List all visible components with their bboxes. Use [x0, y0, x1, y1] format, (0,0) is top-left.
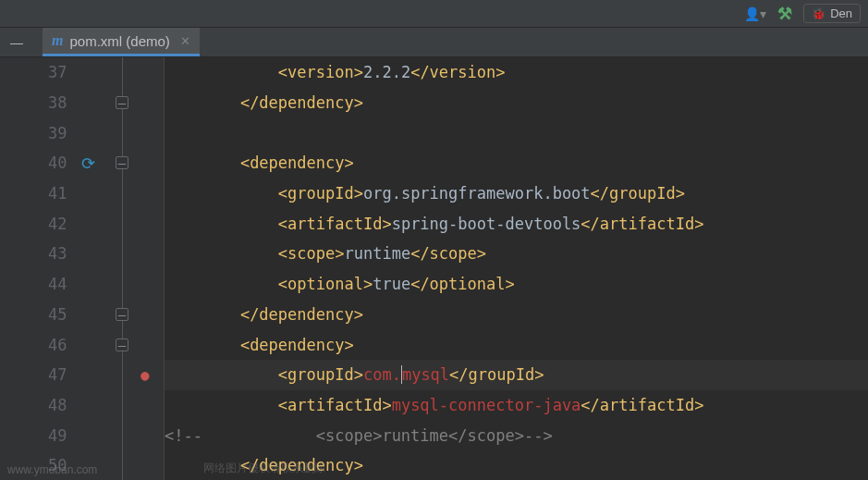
fold-expand-icon[interactable]: – [116, 156, 128, 169]
line-number: 47 [48, 365, 67, 384]
gutter-line: 44 [0, 269, 164, 300]
line-number: 49 [48, 426, 67, 445]
code-token: <version> [278, 63, 363, 81]
gutter-line: 40–⟳ [0, 148, 164, 178]
line-number: 44 [48, 275, 67, 293]
minimize-button[interactable]: — [4, 28, 30, 56]
code-token: <artifactId> [278, 215, 392, 233]
code-token: mysql [402, 365, 449, 384]
watermark-cn: 网络图片侵权请联系删除 [203, 461, 325, 476]
line-number: 40 [48, 154, 67, 172]
bug-icon: 🐞 [812, 7, 825, 20]
code-line[interactable]: <version>2.2.2</version> [165, 57, 868, 88]
line-number: 37 [48, 63, 67, 81]
tab-bar: — m pom.xml (demo) ✕ [0, 28, 868, 57]
gutter-line: 42 [0, 208, 164, 239]
code-token: <groupId> [278, 184, 363, 203]
code-token: <dependency> [240, 336, 354, 354]
code-area[interactable]: <version>2.2.2</version> </dependency> <… [165, 57, 868, 480]
code-line[interactable]: </dependency> [165, 88, 868, 118]
build-icon[interactable]: ⚒ [777, 4, 792, 24]
code-token: <optional> [278, 275, 373, 293]
line-number: 48 [48, 396, 67, 414]
gutter: 3738–3940–⟳4142434445–46–47●484950 [0, 57, 165, 480]
watermark: www.ymoban.com [7, 463, 97, 476]
gutter-line: 47● [0, 360, 164, 390]
code-line[interactable]: <groupId>com.mysql</groupId> [165, 360, 868, 390]
gutter-line: 43 [0, 239, 164, 269]
code-token: </artifactId> [581, 396, 703, 414]
code-token: 2.2.2 [363, 63, 410, 81]
code-token: <artifactId> [278, 396, 392, 414]
line-number: 46 [48, 336, 67, 354]
editor-area: 3738–3940–⟳4142434445–46–47●484950 <vers… [0, 57, 868, 480]
maven-reload-icon[interactable]: ⟳ [81, 154, 95, 173]
code-line[interactable]: <groupId>org.springframework.boot</group… [165, 178, 868, 209]
user-icon[interactable]: 👤▾ [744, 6, 766, 21]
code-token: </version> [410, 63, 505, 81]
code-line[interactable] [165, 117, 868, 148]
line-number: 38 [48, 93, 67, 112]
code-token: </dependency> [240, 305, 363, 324]
error-icon[interactable]: ● [141, 366, 150, 384]
code-token: org.springframework.boot [363, 184, 591, 203]
code-token: <groupId> [278, 365, 363, 384]
fold-expand-icon[interactable]: – [116, 338, 128, 351]
code-line[interactable]: <dependency> [165, 329, 868, 360]
line-number: 41 [48, 184, 67, 203]
gutter-line: 49 [0, 420, 164, 450]
code-token: </groupId> [449, 365, 544, 384]
code-line[interactable]: <artifactId>spring-boot-devtools</artifa… [165, 208, 868, 239]
code-token: runtime [344, 244, 410, 263]
line-number: 39 [48, 124, 67, 142]
code-line[interactable]: <scope>runtime</scope> [165, 239, 868, 269]
gutter-line: 45– [0, 300, 164, 330]
code-token: mysql-connector-java [392, 396, 581, 414]
gutter-line: 48 [0, 390, 164, 421]
file-tab-pom[interactable]: m pom.xml (demo) ✕ [43, 28, 200, 56]
code-line[interactable]: <!-- <scope>runtime</scope>--> [165, 420, 868, 450]
code-token: <!-- <scope>runtime</scope>--> [165, 426, 553, 445]
gutter-line: 37 [0, 57, 164, 88]
code-token: spring-boot-devtools [392, 215, 581, 233]
code-token: </optional> [410, 275, 515, 293]
code-line[interactable]: <dependency> [165, 148, 868, 178]
maven-icon: m [52, 32, 63, 49]
fold-collapse-icon[interactable]: – [116, 96, 128, 109]
line-number: 42 [48, 215, 67, 233]
run-config-selector[interactable]: 🐞 Den [803, 4, 861, 23]
code-token: <dependency> [240, 154, 354, 172]
code-token: </groupId> [591, 184, 685, 203]
code-line[interactable]: <optional>true</optional> [165, 269, 868, 300]
gutter-line: 38– [0, 88, 164, 118]
code-token: true [373, 275, 410, 293]
code-line[interactable]: <artifactId>mysql-connector-java</artifa… [165, 390, 868, 421]
top-toolbar: 👤▾ ⚒ 🐞 Den [0, 0, 868, 28]
code-token: </scope> [410, 244, 486, 263]
code-line[interactable]: </dependency> [165, 300, 868, 330]
code-token: <scope> [278, 244, 345, 263]
code-token: </dependency> [240, 93, 363, 112]
fold-collapse-icon[interactable]: – [116, 308, 128, 321]
gutter-line: 46– [0, 329, 164, 360]
run-config-label: Den [830, 6, 852, 20]
code-token: </artifactId> [581, 215, 703, 233]
line-number: 43 [48, 244, 67, 263]
gutter-line: 39 [0, 117, 164, 148]
close-tab-icon[interactable]: ✕ [180, 34, 190, 48]
code-token: com. [363, 365, 401, 384]
tab-title: pom.xml (demo) [69, 33, 169, 49]
line-number: 45 [48, 305, 67, 324]
gutter-line: 41 [0, 178, 164, 209]
